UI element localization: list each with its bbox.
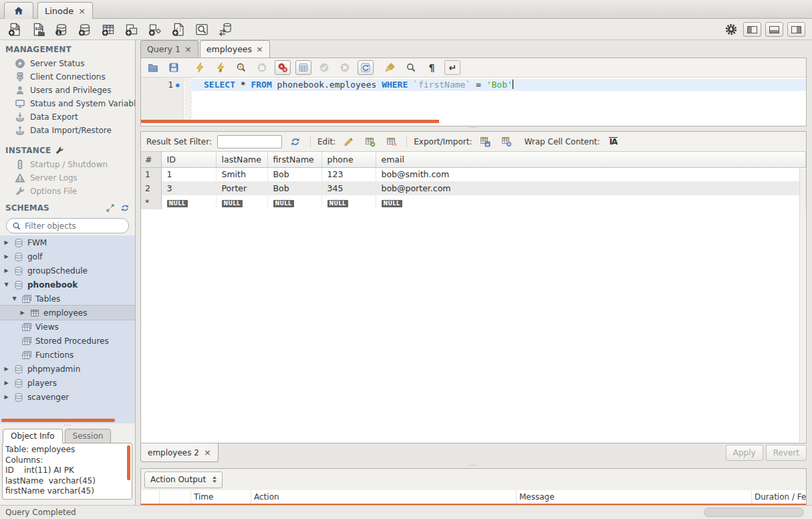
cell-phone[interactable]: 123 (321, 167, 376, 181)
tree-item-tables[interactable]: ▼ Tables (0, 292, 135, 306)
result-row[interactable]: 1 1 Smith Bob 123 bob@smith.com (141, 167, 806, 181)
toggle-word-wrap-button[interactable]: ↵ (444, 60, 460, 75)
output-type-select[interactable]: Action Output (144, 472, 223, 488)
expand-arrow-icon[interactable]: ▶ (3, 394, 10, 400)
editor-horizontal-scrollbar[interactable] (141, 120, 439, 123)
toggle-right-panel-button[interactable] (787, 22, 805, 37)
schema-item-golf[interactable]: ▶ golf (0, 249, 135, 264)
search-database-button[interactable] (194, 21, 210, 37)
save-script-button[interactable] (166, 60, 182, 75)
toggle-bottom-panel-button[interactable] (765, 22, 783, 37)
beautify-sql-button[interactable] (382, 60, 398, 75)
schema-filter-input[interactable] (25, 221, 125, 231)
expand-schemas-icon[interactable] (106, 203, 115, 213)
expand-arrow-icon[interactable]: ▶ (3, 268, 10, 274)
cell-phone[interactable]: 345 (321, 181, 376, 195)
revert-button[interactable]: Revert (766, 445, 807, 461)
tree-item-employees[interactable]: ▶ employees (0, 306, 135, 320)
schema-item-phpmyadmin[interactable]: ▶ phpmyadmin (0, 362, 135, 376)
cell-id[interactable]: 1 (161, 167, 216, 181)
cell-email[interactable]: bob@smith.com (376, 167, 806, 181)
import-records-button[interactable] (499, 134, 515, 149)
wrap-cell-content-button[interactable]: IA (605, 134, 622, 149)
result-grid-scrollbar[interactable] (799, 169, 805, 442)
stop-query-button[interactable] (254, 60, 270, 75)
column-header-firstname[interactable]: firstName (267, 152, 321, 167)
cell-lastname[interactable]: Porter (216, 181, 267, 195)
tab-query-1[interactable]: Query 1 × (140, 40, 198, 58)
expand-arrow-icon[interactable]: ▶ (19, 310, 26, 316)
schema-item-groupschedule[interactable]: ▶ groupSchedule (0, 264, 135, 278)
cell-firstname[interactable]: Bob (267, 181, 321, 195)
schema-item-phonebook[interactable]: ▼ phonebook (0, 278, 135, 292)
column-header-rownum[interactable]: # (141, 152, 161, 167)
refresh-results-icon[interactable] (287, 134, 303, 149)
collapse-arrow-icon[interactable]: ▼ (11, 296, 18, 302)
expand-arrow-icon[interactable]: ▶ (3, 366, 10, 372)
sidebar-item-startup-shutdown[interactable]: Startup / Shutdown (0, 158, 135, 171)
result-filter-input[interactable] (217, 135, 282, 148)
create-procedure-button[interactable] (147, 21, 163, 37)
close-icon[interactable]: × (256, 44, 263, 54)
cell-email[interactable]: bob@porter.com (376, 181, 806, 195)
delete-row-button[interactable] (384, 134, 400, 149)
new-row-placeholder[interactable]: * NULL NULL NULL NULL NULL (141, 195, 806, 209)
toggle-left-panel-button[interactable] (743, 22, 761, 37)
open-sql-file-button[interactable] (30, 21, 46, 37)
object-info-scrollbar[interactable] (127, 445, 130, 480)
connection-tab-linode[interactable]: Linode × (37, 2, 93, 19)
execute-current-statement-button[interactable] (213, 60, 229, 75)
tree-item-functions[interactable]: Functions (0, 348, 135, 362)
sidebar-item-users-privileges[interactable]: Users and Privileges (0, 84, 135, 97)
commit-button[interactable] (316, 60, 332, 75)
toggle-invisibles-button[interactable]: ¶ (424, 60, 440, 75)
home-tab[interactable] (4, 2, 33, 19)
close-icon[interactable]: × (204, 447, 211, 457)
export-results-button[interactable] (477, 134, 493, 149)
collapse-arrow-icon[interactable]: ▼ (3, 282, 10, 288)
limit-rows-button[interactable] (295, 60, 311, 75)
sidebar-item-client-connections[interactable]: Client Connections (0, 70, 135, 84)
output-column-duration[interactable]: Duration / Fetch (752, 490, 806, 504)
rollback-button[interactable] (337, 60, 353, 75)
preferences-button[interactable] (723, 21, 739, 37)
create-view-button[interactable] (124, 21, 140, 37)
editor-result-splitter[interactable] (140, 126, 807, 131)
cell-lastname[interactable]: Smith (216, 167, 267, 181)
inspect-database-button[interactable] (53, 21, 70, 37)
find-button[interactable] (403, 60, 419, 75)
sidebar-item-system-variables[interactable]: Status and System Variables (0, 97, 135, 110)
instance-config-icon[interactable] (55, 146, 64, 155)
output-column-action[interactable]: Action (251, 490, 517, 504)
sql-statement[interactable]: SELECT * FROM phonebook.employees WHERE … (204, 79, 513, 91)
cell-firstname[interactable]: Bob (267, 167, 321, 181)
create-table-button[interactable] (100, 21, 116, 37)
create-schema-button[interactable] (77, 21, 93, 37)
sql-editor[interactable]: 1 ● SELECT * FROM phonebook.employees WH… (141, 78, 806, 123)
sidebar-item-server-logs[interactable]: Server Logs (0, 171, 135, 185)
expand-arrow-icon[interactable]: ▶ (3, 253, 10, 260)
create-function-button[interactable] (170, 21, 186, 37)
column-header-id[interactable]: ID (161, 152, 216, 167)
execute-query-button[interactable] (192, 60, 208, 75)
tab-object-info[interactable]: Object Info (3, 429, 63, 443)
result-row[interactable]: 2 3 Porter Bob 345 bob@porter.com (141, 181, 806, 195)
tree-horizontal-scrollbar[interactable] (1, 419, 115, 422)
tab-employees-2[interactable]: employees 2 × (140, 443, 219, 462)
tree-item-stored-procedures[interactable]: Stored Procedures (0, 334, 135, 348)
toggle-autocommit-button[interactable] (358, 60, 374, 75)
sidebar-item-options-file[interactable]: Options File (0, 185, 135, 198)
sidebar-item-data-export[interactable]: Data Export (0, 110, 135, 124)
schema-item-scavenger[interactable]: ▶ scavenger (0, 390, 135, 404)
horizontal-scrollbar-thumb[interactable] (704, 508, 804, 517)
insert-row-button[interactable] (362, 134, 378, 149)
column-header-email[interactable]: email (376, 152, 806, 167)
tree-item-views[interactable]: Views (0, 320, 135, 334)
schema-item-players[interactable]: ▶ players (0, 376, 135, 390)
new-query-tab-button[interactable] (7, 21, 23, 37)
close-icon[interactable]: × (184, 44, 192, 54)
expand-arrow-icon[interactable]: ▶ (3, 239, 10, 245)
edit-cell-button[interactable] (341, 134, 357, 149)
open-script-button[interactable] (145, 60, 161, 75)
explain-query-button[interactable] (233, 60, 249, 75)
